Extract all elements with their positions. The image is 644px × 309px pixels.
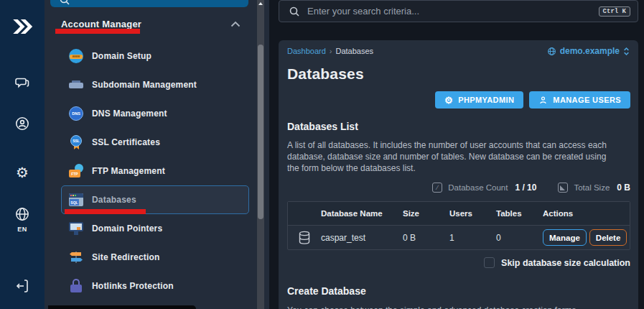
size-chart-icon [558,183,568,193]
search-icon [59,0,70,6]
ftp-folder-icon: FTP [69,164,83,178]
rail-account-button[interactable] [0,115,45,132]
chevron-up-icon [230,21,241,27]
skip-size-row: Skip database size calculation [286,257,630,268]
search-input[interactable] [307,6,599,17]
language-label: EN [17,226,27,233]
total-size-value: 0 B [617,183,630,193]
sidebar-item-dns-management[interactable]: DNS DNS Management [61,99,249,128]
padlock-icon [69,279,83,293]
cell-tables: 0 [496,233,543,243]
annotation-underline-account-manager [55,29,140,34]
globe-icon [14,206,31,223]
sidebar-section-account-manager[interactable]: Account Manager [61,19,241,29]
col-database-name: Database Name [321,209,403,218]
cell-actions: Manage Delete [543,229,631,246]
globe-www-icon: www [69,49,83,63]
app-rail: ⚙ EN [0,0,45,309]
databases-table: Database Name Size Users Tables Actions … [287,201,630,250]
col-tables: Tables [496,209,543,218]
count-badge-icon: ∕ [432,183,442,193]
skip-size-checkbox[interactable] [484,257,495,268]
delete-button[interactable]: Delete [589,229,627,246]
signpost-icon [69,250,83,264]
manage-button[interactable]: Manage [543,229,587,246]
dns-circle-icon: DNS [69,106,83,121]
gear-icon: ⚙ [16,165,29,180]
monitor-icon [69,221,83,236]
rail-settings-button[interactable]: ⚙ [0,165,45,180]
database-count-label: Database Count [448,183,508,192]
sidebar-scrollbar[interactable] [257,0,264,309]
col-size: Size [403,209,449,218]
sidebar-item-ssl-certificates[interactable]: SSL SSL Certificates [61,128,249,157]
search-icon [289,6,300,17]
rail-chat-button[interactable] [0,74,45,91]
domain-selector-value: demo.example [560,46,620,56]
databases-list-description: A list of all databases. It includes the… [287,139,615,174]
ssl-rosette-icon: SSL [69,135,83,149]
cell-database-name: caspar_test [321,233,403,243]
sidebar-menu: www Domain Setup Subdomain Management DN… [61,42,249,300]
sidebar: Account Manager www Domain Setup Subdoma… [45,0,269,309]
sql-window-icon: SQL [69,193,83,207]
user-icon [538,96,548,105]
database-count-value: 1 / 10 [515,183,536,193]
col-actions: Actions [543,209,630,218]
logo-chevrons-icon [10,14,34,39]
databases-list-title: Databases List [287,121,630,132]
table-header-row: Database Name Size Users Tables Actions [288,202,630,226]
cell-size: 0 B [403,233,449,243]
domain-selector[interactable]: demo.example [547,46,630,56]
phpmyadmin-button[interactable]: ⚙ PHPMYADMIN [435,91,523,109]
annotation-underline-databases [65,209,146,214]
chat-icon [14,74,31,91]
app-logo[interactable] [0,14,45,39]
skip-size-label: Skip database size calculation [501,258,630,268]
sidebar-scrollbar-thumb[interactable] [258,45,263,219]
create-database-description: You can choose between the simple and ad… [287,305,630,309]
sidebar-item-hotlinks-protection[interactable]: Hotlinks Protection [61,272,249,300]
sidebar-item-ftp-management[interactable]: FTP FTP Management [61,157,249,185]
rail-language-button[interactable]: EN [0,206,45,233]
section-label: Account Manager [61,19,141,29]
breadcrumb: Dashboard › Databases demo.example [287,46,630,56]
sidebar-item-domain-setup[interactable]: www Domain Setup [61,42,249,70]
rail-logout-button[interactable] [0,277,45,295]
subdomain-bar-icon [69,78,83,92]
cell-users: 1 [449,233,496,243]
manage-users-button[interactable]: MANAGE USERS [529,91,630,109]
account-icon [14,115,31,132]
main-area: Ctrl K Dashboard › Databases demo.exampl… [269,0,644,309]
total-size-label: Total Size [574,183,610,192]
sidebar-item-domain-pointers[interactable]: Domain Pointers [61,214,249,243]
gear-icon: ⚙ [444,96,453,105]
breadcrumb-dashboard-link[interactable]: Dashboard [287,47,326,55]
sidebar-search[interactable] [50,0,248,7]
chevron-up-down-icon [623,47,630,56]
page-title: Databases [287,65,630,83]
scrollbar-up-arrow-icon[interactable] [258,2,263,5]
content-panel: Dashboard › Databases demo.example Datab… [279,40,638,309]
breadcrumb-separator: › [330,47,332,55]
databases-stats: ∕ Database Count 1 / 10 Total Size 0 B [286,183,630,193]
page-actions: ⚙ PHPMYADMIN MANAGE USERS [286,91,630,109]
breadcrumb-current: Databases [336,47,374,55]
sidebar-item-subdomain-management[interactable]: Subdomain Management [61,70,249,99]
bottom-overlay-bar [48,305,196,309]
global-search-bar[interactable]: Ctrl K [279,0,638,22]
logout-icon [14,277,31,295]
database-cylinder-icon [288,231,321,245]
col-users: Users [449,209,496,218]
sidebar-item-site-redirection[interactable]: Site Redirection [61,243,249,272]
keyboard-shortcut-badge: Ctrl K [599,6,630,17]
globe-icon [547,47,556,56]
create-database-title: Create Database [287,285,630,297]
table-row: caspar_test 0 B 1 0 Manage Delete [288,226,630,249]
